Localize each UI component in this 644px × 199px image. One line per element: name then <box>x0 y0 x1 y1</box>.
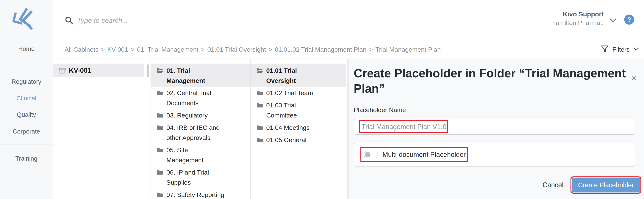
folder-label: 03. Regulatory <box>166 110 226 120</box>
column-folders: 01. Trial Management 02. Central Trial D… <box>151 59 250 199</box>
placeholder-name-label: Placeholder Name <box>354 106 406 114</box>
breadcrumb: All Cabinets>KV-001>01. Trial Management… <box>64 40 441 59</box>
folder-item-central-trial-documents[interactable]: 02. Central Trial Documents <box>151 87 250 109</box>
cabinet-label: KV-001 <box>69 66 91 76</box>
breadcrumb-trial-oversight[interactable]: 01.01 Trial Oversight <box>207 46 266 53</box>
folder-label: 02. Central Trial Documents <box>166 88 226 108</box>
close-icon[interactable]: × <box>629 74 639 83</box>
folder-label: 04. IRB or IEC and other Approvals <box>166 122 226 143</box>
user-menu-chevron-down-icon[interactable] <box>610 18 616 22</box>
folder-icon <box>156 112 164 118</box>
filter-funnel-icon <box>601 46 608 53</box>
cancel-button[interactable]: Cancel <box>542 181 564 189</box>
search-input[interactable] <box>77 14 282 26</box>
subfolder-label: 01.02 Trial Team <box>266 88 322 98</box>
breadcrumb-current: Trial Management Plan <box>375 46 441 53</box>
folder-icon <box>156 192 164 198</box>
app-window: Home Regulatory Clinical Quality Corpora… <box>0 0 644 199</box>
folder-icon <box>156 90 164 96</box>
multi-document-toggle[interactable] <box>364 151 378 158</box>
sidebar-item-regulatory[interactable]: Regulatory <box>0 78 53 86</box>
subfolder-label: 01.04 Meetings <box>266 122 322 132</box>
user-block[interactable]: Kivo Support Hamilton Pharma1 <box>551 10 604 27</box>
filters-label: Filters <box>612 46 630 53</box>
breadcrumb-separator: > <box>366 46 375 53</box>
folder-label: 07. Safety Reporting <box>166 190 226 199</box>
folder-label: 05. Site Management <box>166 145 226 165</box>
folder-browser: KV-001 01. Trial Management 02. Central … <box>53 59 349 199</box>
breadcrumb-separator: > <box>98 46 107 53</box>
toggle-knob <box>365 152 370 158</box>
placeholder-name-input[interactable]: Trial Management Plan V1.0 <box>354 119 635 135</box>
folder-icon <box>256 124 263 131</box>
column-cabinets: KV-001 <box>53 59 151 199</box>
breadcrumb-bar: All Cabinets>KV-001>01. Trial Management… <box>53 40 644 59</box>
folder-item-site-management[interactable]: 05. Site Management <box>151 144 250 166</box>
folder-item-ip-trial-supplies[interactable]: 06. IP and Trial Supplies <box>151 166 250 188</box>
topbar: Kivo Support Hamilton Pharma1 ? <box>53 0 644 40</box>
folder-icon <box>156 169 164 176</box>
folder-item-safety-reporting[interactable]: 07. Safety Reporting <box>151 188 250 199</box>
panel-title: Create Placeholder in Folder “Trial Mana… <box>354 66 632 96</box>
sidebar-item-training[interactable]: Training <box>0 154 53 163</box>
subfolder-item-general[interactable]: 01.05 General <box>250 134 346 146</box>
filters-chevron-down-icon <box>633 47 639 52</box>
cabinet-icon <box>59 68 66 74</box>
folder-open-icon <box>256 68 263 74</box>
folder-icon <box>256 137 263 143</box>
subfolder-item-trial-team[interactable]: 01.02 Trial Team <box>250 87 346 99</box>
placeholder-name-value: Trial Management Plan V1.0 <box>362 119 635 134</box>
scrollbar-track[interactable] <box>347 59 348 199</box>
folder-icon <box>156 147 164 153</box>
org-name: Hamilton Pharma1 <box>551 18 604 27</box>
breadcrumb-trial-management[interactable]: 01. Trial Management <box>137 46 198 53</box>
cabinet-item-kv-001[interactable]: KV-001 <box>53 64 144 77</box>
folder-label: 06. IP and Trial Supplies <box>166 167 226 188</box>
folder-label: 01. Trial Management <box>166 66 226 86</box>
create-placeholder-button[interactable]: Create Placeholder <box>572 178 640 192</box>
help-button[interactable]: ? <box>624 14 634 24</box>
sidebar-item-corporate[interactable]: Corporate <box>0 128 53 136</box>
subfolder-label: 01.03 Trial Committee <box>266 100 322 120</box>
subfolder-item-meetings[interactable]: 01.04 Meetings <box>250 122 346 134</box>
user-name: Kivo Support <box>551 10 604 18</box>
kivo-logo-icon[interactable] <box>12 8 40 32</box>
filters-button[interactable]: Filters <box>601 40 639 59</box>
subfolder-label: 01.01 Trial Oversight <box>266 66 322 86</box>
folder-open-icon <box>156 68 164 74</box>
panel-footer: Cancel Create Placeholder <box>542 177 640 193</box>
search-icon <box>65 16 74 25</box>
sidebar: Home Regulatory Clinical Quality Corpora… <box>0 0 53 199</box>
folder-item-trial-management[interactable]: 01. Trial Management <box>151 64 250 87</box>
multi-document-card: Multi-document Placeholder <box>354 143 635 166</box>
column-subfolders: 01.01 Trial Oversight 01.02 Trial Team 0… <box>250 59 346 199</box>
folder-icon <box>256 90 263 96</box>
breadcrumb-all-cabinets[interactable]: All Cabinets <box>64 46 98 53</box>
breadcrumb-kv-001[interactable]: KV-001 <box>107 46 128 53</box>
folder-item-irb-iec-approvals[interactable]: 04. IRB or IEC and other Approvals <box>151 122 250 144</box>
breadcrumb-separator: > <box>128 46 137 53</box>
breadcrumb-trial-management-plan-folder[interactable]: 01.01.02 Trial Management Plan <box>275 46 366 53</box>
sidebar-item-quality[interactable]: Quality <box>0 110 53 119</box>
subfolder-label: 01.05 General <box>266 135 322 145</box>
folder-item-regulatory[interactable]: 03. Regulatory <box>151 109 250 122</box>
scrollbar-thumb[interactable] <box>147 64 149 78</box>
sidebar-item-home[interactable]: Home <box>0 45 53 53</box>
breadcrumb-separator: > <box>266 46 275 53</box>
subfolder-item-trial-committee[interactable]: 01.03 Trial Committee <box>250 99 346 122</box>
breadcrumb-separator: > <box>198 46 208 53</box>
folder-icon <box>256 102 263 108</box>
sidebar-item-clinical[interactable]: Clinical <box>0 94 53 102</box>
folder-icon <box>156 124 164 131</box>
sidebar-divider <box>0 144 53 145</box>
multi-document-label: Multi-document Placeholder <box>382 151 466 158</box>
create-placeholder-panel: Create Placeholder in Folder “Trial Mana… <box>349 59 644 199</box>
subfolder-item-trial-oversight[interactable]: 01.01 Trial Oversight <box>250 64 346 87</box>
